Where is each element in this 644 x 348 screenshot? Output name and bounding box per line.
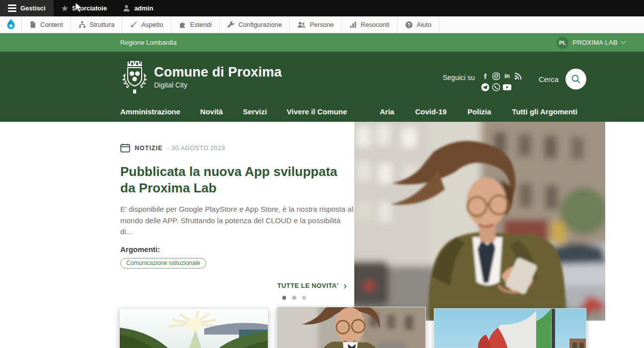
telegram-icon[interactable] — [481, 83, 490, 91]
all-news-link[interactable]: TUTTE LE NOVITA' › — [120, 282, 354, 289]
main-navigation: Amministrazione Novità Servizi Vivere il… — [120, 107, 577, 116]
youtube-icon[interactable] — [503, 83, 512, 91]
toolbar-item-aiuto[interactable]: ? Aiuto — [398, 16, 440, 33]
nav-item-tutti-gli-argomenti[interactable]: Tutti gli Argomenti — [512, 107, 577, 116]
search-area: Cerca — [539, 69, 586, 89]
search-icon — [571, 74, 581, 84]
nav-secondary: Aria Covid-19 Polizia Tutti gli Argoment… — [380, 107, 577, 116]
nav-item-covid-19[interactable]: Covid-19 — [415, 107, 446, 116]
drupal-logo-icon[interactable] — [0, 16, 22, 33]
star-icon: ★ — [62, 4, 68, 12]
region-bar: Regione Lombardia PL PROXIMA LAB — [0, 33, 644, 52]
help-icon: ? — [405, 21, 413, 29]
drupal-admin-topbar: Gestisci ★ Scorciatoie admin — [0, 0, 644, 16]
news-title[interactable]: Pubblicata la nuova App sviluppata da Pr… — [120, 164, 354, 196]
chevron-down-icon — [621, 39, 626, 44]
topics-label: Argomenti: — [120, 245, 354, 254]
paintbrush-icon — [130, 21, 137, 28]
card-landscape[interactable] — [119, 308, 268, 348]
toolbar-item-estendi[interactable]: Estendi — [171, 16, 220, 33]
nav-item-novita[interactable]: Novità — [200, 107, 223, 116]
social-follow: Seguici su f in — [443, 72, 525, 93]
wrench-icon — [227, 21, 235, 28]
facebook-icon[interactable]: f — [481, 72, 490, 81]
search-label: Cerca — [539, 75, 559, 84]
all-news-label: TUTTE LE NOVITA' — [277, 282, 338, 289]
carousel-dot[interactable] — [282, 296, 286, 300]
site-title: Comune di Proxima — [154, 65, 282, 80]
hamburger-icon — [8, 4, 16, 12]
admin-shortcuts-tab[interactable]: ★ Scorciatoie — [54, 0, 115, 16]
search-button[interactable] — [565, 69, 586, 89]
carousel-dot[interactable] — [302, 296, 306, 300]
document-icon — [29, 21, 36, 28]
username-label: admin — [134, 4, 153, 12]
site-badge: PL — [557, 37, 568, 49]
toolbar-item-content[interactable]: Content — [22, 16, 71, 33]
people-icon — [297, 21, 306, 28]
carousel-dot[interactable] — [292, 296, 296, 300]
svg-text:?: ? — [407, 22, 410, 27]
site-header: Comune di Proxima Digital City Seguici s… — [0, 52, 644, 122]
carousel-dots — [120, 296, 354, 300]
bar-chart-icon — [349, 21, 357, 28]
municipality-crest-logo[interactable] — [120, 60, 149, 98]
nav-item-vivere-il-comune[interactable]: Vivere il Comune — [287, 107, 347, 116]
page: Gestisci ★ Scorciatoie admin — [0, 0, 644, 348]
instagram-icon[interactable] — [492, 72, 501, 81]
admin-user-tab[interactable]: admin — [115, 0, 161, 16]
region-link[interactable]: Regione Lombardia — [120, 39, 176, 46]
admin-manage-tab[interactable]: Gestisci — [0, 0, 54, 16]
toolbar-item-resoconti[interactable]: Resoconti — [342, 16, 398, 33]
social-icons: f in — [481, 72, 525, 93]
card-italian-flag[interactable] — [434, 308, 586, 348]
toolbar-item-configurazione[interactable]: Configurazione — [220, 16, 290, 33]
linkedin-icon[interactable]: in — [503, 72, 512, 81]
site-branding[interactable]: Comune di Proxima Digital City — [154, 65, 282, 89]
follow-label: Seguici su — [443, 74, 475, 82]
featured-news: NOTIZIE - 30 AGOSTO 2023 Pubblicata la n… — [120, 143, 354, 300]
shortcuts-label: Scorciatoie — [72, 4, 107, 12]
topic-chip[interactable]: Comunicazione istituzionale — [120, 258, 206, 268]
toolbar-item-struttura[interactable]: Struttura — [71, 16, 123, 33]
site-subtitle: Digital City — [154, 81, 282, 89]
site-switcher[interactable]: PL PROXIMA LAB — [557, 37, 625, 49]
rss-icon[interactable] — [514, 72, 523, 81]
nav-item-servizi[interactable]: Servizi — [243, 107, 267, 116]
sitemap-icon — [79, 21, 86, 28]
news-excerpt: E' disponibile per Google PlayStore e Ap… — [120, 204, 354, 238]
main-content: NOTIZIE - 30 AGOSTO 2023 Pubblicata la n… — [0, 122, 644, 348]
chevron-right-icon: › — [343, 282, 347, 288]
puzzle-icon — [179, 21, 186, 28]
user-icon — [123, 4, 130, 12]
nav-item-polizia[interactable]: Polizia — [468, 107, 491, 116]
card-news-app[interactable] — [277, 307, 426, 348]
calendar-icon — [120, 143, 130, 153]
news-kicker[interactable]: NOTIZIE — [135, 145, 162, 152]
whatsapp-icon[interactable] — [492, 83, 501, 91]
drupal-admin-toolbar: Content Struttura Aspetto Estendi — [0, 16, 644, 33]
hero-image — [354, 122, 605, 321]
toolbar-item-aspetto[interactable]: Aspetto — [122, 16, 171, 33]
manage-label: Gestisci — [20, 4, 46, 12]
nav-item-amministrazione[interactable]: Amministrazione — [120, 107, 180, 116]
toolbar-item-persone[interactable]: Persone — [290, 16, 341, 33]
site-switcher-label: PROXIMA LAB — [572, 39, 618, 46]
news-date: - 30 AGOSTO 2023 — [167, 145, 225, 152]
news-meta-row: NOTIZIE - 30 AGOSTO 2023 — [120, 143, 354, 153]
nav-primary: Amministrazione Novità Servizi Vivere il… — [120, 107, 347, 116]
nav-item-aria[interactable]: Aria — [380, 107, 394, 116]
